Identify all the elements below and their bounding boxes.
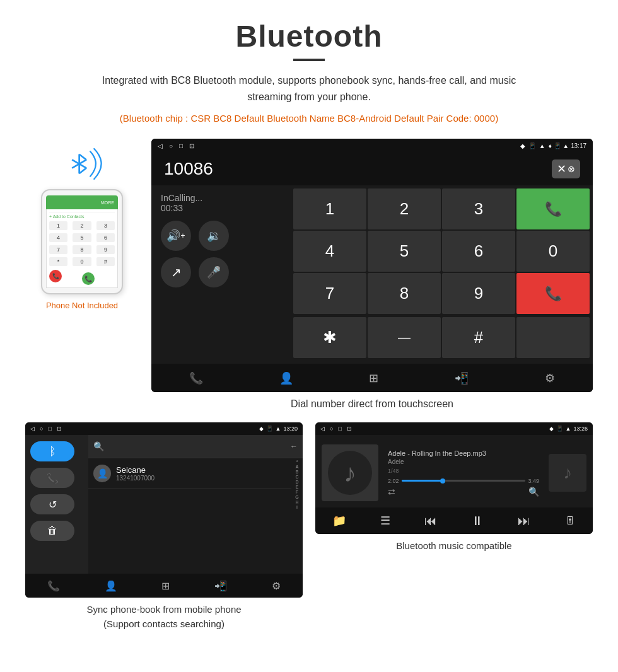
music-list-icon[interactable]: ☰ — [380, 514, 390, 528]
delete-x-icon: ⊗ — [568, 164, 575, 174]
phonebook-screen: ◁ ○ □ ⊡ ◆ 📱 ▲ 13:20 — [25, 422, 303, 598]
pb-back-arrow[interactable]: ← — [290, 442, 298, 451]
pb-alpha-d[interactable]: D — [295, 480, 298, 484]
key-8[interactable]: 8 — [368, 273, 441, 314]
phone-add-contact-label: + Add to Contacts — [49, 212, 115, 219]
pb-nav-dialpad[interactable]: ⊞ — [161, 580, 170, 592]
music-next-icon[interactable]: ⏭ — [518, 514, 530, 528]
pb-alpha-a[interactable]: A — [296, 465, 299, 469]
music-note-icon: ♪ — [344, 459, 356, 487]
mic-button[interactable]: 🎤 — [199, 257, 229, 287]
phone-screen-top: MORE — [46, 195, 118, 209]
pb-nav-log[interactable]: 📲 — [214, 580, 227, 592]
key-9[interactable]: 9 — [442, 273, 515, 314]
pb-back-icon: ◁ — [30, 426, 35, 432]
nav-call-icon[interactable]: 📞 — [189, 371, 203, 385]
back-icon: ◁ — [158, 142, 163, 149]
key-3[interactable]: 3 — [442, 188, 515, 229]
music-prev-icon[interactable]: ⏮ — [424, 514, 437, 528]
music-disc: ♪ — [328, 451, 372, 495]
key-1[interactable]: 1 — [293, 188, 366, 229]
recent-icon: □ — [179, 142, 183, 149]
music-shuffle-icon[interactable]: ⇄ — [388, 487, 395, 497]
pb-statusbar-left: ◁ ○ □ ⊡ — [30, 426, 62, 432]
pb-call-icon[interactable]: 📞 — [30, 468, 74, 488]
dialer-caption: Dial number direct from touchscreen — [151, 398, 593, 410]
pb-alpha-g[interactable]: G — [295, 495, 298, 499]
key-6[interactable]: 6 — [442, 231, 515, 272]
key-4[interactable]: 4 — [293, 231, 366, 272]
volume-controls: 🔊+ 🔉 — [161, 221, 281, 251]
pb-bluetooth-icon[interactable]: ᛒ — [30, 441, 74, 461]
pb-alpha-star[interactable]: * — [296, 460, 298, 464]
phone-screen-body: + Add to Contacts 1 2 3 4 5 6 — [46, 209, 118, 288]
header-note: (Bluetooth chip : CSR BC8 Default Blueto… — [25, 111, 593, 126]
music-note-small-icon: ♪ — [563, 463, 572, 483]
pb-alpha-f[interactable]: F — [296, 490, 298, 494]
statusbar-right: ◆ 📱 ▲ ♦ 📱 ▲ 13:17 — [520, 142, 586, 149]
key-hash[interactable]: # — [442, 317, 515, 358]
phonebook-bottom-nav: 📞 👤 ⊞ 📲 ⚙ — [25, 574, 303, 598]
music-folder-icon[interactable]: 📁 — [332, 514, 346, 528]
pb-nav-settings[interactable]: ⚙ — [272, 580, 281, 592]
call-duration: 00:33 — [161, 203, 281, 213]
header-description: Integrated with BC8 Bluetooth module, su… — [88, 72, 530, 105]
key-2[interactable]: 2 — [368, 188, 441, 229]
music-equalizer-icon[interactable]: 🎚 — [564, 514, 576, 528]
music-search-icon[interactable]: 🔍 — [528, 487, 539, 497]
pb-delete-icon[interactable]: 🗑 — [30, 521, 74, 541]
bottom-row: ◁ ○ □ ⊡ ◆ 📱 ▲ 13:20 — [25, 422, 593, 631]
pb-sync-icon[interactable]: ↺ — [30, 494, 74, 514]
page-title: Bluetooth — [25, 19, 593, 54]
phonebook-caption-line1: Sync phone-book from mobile phone — [86, 604, 241, 615]
music-caption: Bluetooth music compatible — [315, 539, 593, 553]
pb-alpha-c[interactable]: C — [295, 475, 298, 479]
nav-call-log-icon[interactable]: 📲 — [455, 371, 469, 385]
pb-nav-call[interactable]: 📞 — [47, 580, 60, 592]
nav-dialpad-icon[interactable]: ⊞ — [369, 371, 378, 385]
pb-alpha-b[interactable]: B — [296, 470, 299, 474]
volume-down-button[interactable]: 🔉 — [199, 221, 229, 251]
music-progress-bar[interactable] — [402, 480, 526, 482]
pb-alpha-i[interactable]: I — [296, 505, 298, 509]
volume-up-button[interactable]: 🔊+ — [161, 221, 191, 251]
phonebook-caption-line2: (Support contacts searching) — [103, 618, 224, 629]
page-container: Bluetooth Integrated with BC8 Bluetooth … — [0, 0, 618, 656]
keypad-grid: 1 2 3 📞 4 5 6 0 7 8 9 📞 — [290, 185, 593, 317]
music-statusbar-left: ◁ ○ □ ⊡ — [320, 426, 352, 432]
pb-alpha-h[interactable]: H — [295, 500, 298, 504]
music-progress-fill — [402, 480, 443, 482]
dialer-statusbar: ◁ ○ □ ⊡ ◆ 📱 ▲ ♦ 📱 ▲ 13:17 — [151, 139, 593, 153]
transfer-button[interactable]: ↗ — [161, 257, 191, 287]
music-back-icon: ◁ — [320, 426, 325, 432]
music-artist: Adele — [388, 458, 539, 465]
home-icon: ○ — [169, 142, 173, 149]
key-7[interactable]: 7 — [293, 273, 366, 314]
key-call-red[interactable]: 📞 — [516, 273, 590, 314]
key-star[interactable]: ✱ — [293, 317, 366, 358]
nav-settings-icon[interactable]: ⚙ — [545, 371, 555, 385]
location-icon: ◆ — [520, 142, 525, 149]
key-zero-alt[interactable]: — — [368, 317, 441, 358]
key-0[interactable]: 0 — [516, 231, 590, 272]
pb-notif-icon: ⊡ — [57, 426, 62, 432]
pb-search-input[interactable] — [108, 439, 286, 454]
key-5[interactable]: 5 — [368, 231, 441, 272]
key-call-green[interactable]: 📞 — [516, 188, 590, 229]
delete-button[interactable]: ✕ ⊗ — [552, 159, 580, 178]
pb-wifi-icon: ▲ — [276, 426, 281, 432]
nav-contacts-icon[interactable]: 👤 — [279, 371, 293, 385]
pb-contact-list: 👤 Seicane 13241007000 — [88, 458, 291, 574]
phone-mockup: MORE + Add to Contacts 1 2 3 4 5 6 — [41, 189, 123, 294]
pb-nav-contacts[interactable]: 👤 — [105, 580, 117, 592]
dialer-number: 10086 — [164, 159, 552, 179]
pb-contact-row[interactable]: 👤 Seicane 13241007000 — [88, 458, 291, 489]
music-time-current: 2:02 — [388, 478, 399, 484]
call-status-text: InCalling... — [161, 193, 281, 203]
pb-alpha-e[interactable]: E — [296, 485, 299, 489]
music-play-pause-icon[interactable]: ⏸ — [471, 514, 484, 528]
music-small-art: ♪ — [549, 454, 586, 492]
header: Bluetooth Integrated with BC8 Bluetooth … — [25, 19, 593, 126]
dialer-number-row: 10086 ✕ ⊗ — [151, 153, 593, 185]
pb-contact-area: 👤 Seicane 13241007000 * A — [88, 458, 303, 574]
